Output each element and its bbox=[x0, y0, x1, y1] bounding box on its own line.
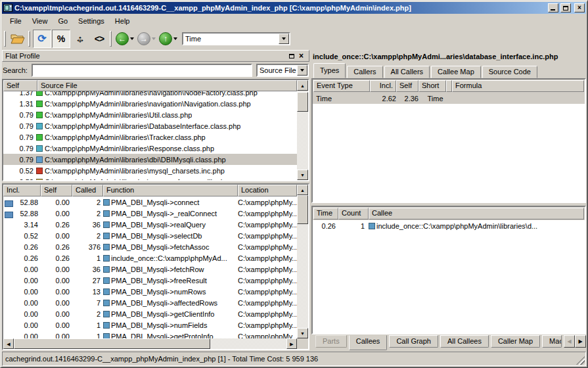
cycle-detection-button[interactable]: ↔↕ bbox=[71, 30, 89, 48]
back-button[interactable]: ← bbox=[116, 32, 129, 45]
column-header-count[interactable]: Count bbox=[338, 208, 369, 219]
toolbar-handle[interactable] bbox=[4, 31, 6, 47]
table-row[interactable]: Time 2.62 2.36 Time bbox=[313, 93, 585, 104]
file-list-row[interactable]: 0.79C:\xampp\phpMyAdmin\libraries\Util.c… bbox=[3, 109, 297, 120]
scroll-thumb[interactable] bbox=[14, 338, 210, 349]
table-row[interactable]: 52.880.002PMA_DBI_Mysqli->_realConnectC:… bbox=[3, 208, 297, 219]
column-header-incl[interactable]: Incl. bbox=[3, 185, 41, 196]
tab-source-code[interactable]: Source Code bbox=[482, 66, 537, 78]
file-list-row[interactable]: 0.79C:\xampp\phpMyAdmin\libraries\Tracke… bbox=[3, 131, 297, 143]
column-header-self[interactable]: Self bbox=[3, 80, 37, 91]
search-input[interactable] bbox=[32, 64, 252, 77]
function-table-hscrollbar[interactable]: ◀ ▶ bbox=[3, 338, 308, 349]
menu-help[interactable]: Help bbox=[110, 15, 135, 27]
forward-button[interactable]: → bbox=[137, 32, 150, 45]
shorten-templates-button[interactable]: <> bbox=[90, 30, 108, 48]
event-type-select[interactable]: Time bbox=[182, 32, 290, 45]
up-dropdown-caret-icon[interactable] bbox=[173, 37, 177, 42]
up-button[interactable]: ↑ bbox=[159, 32, 172, 45]
file-list-vscrollbar[interactable]: ▲ ▼ bbox=[297, 80, 308, 180]
dock-close-button[interactable]: × bbox=[296, 51, 306, 60]
scroll-right-button[interactable]: ▶ bbox=[286, 338, 297, 349]
menu-go[interactable]: Go bbox=[53, 15, 73, 27]
file-list-row[interactable]: 0.79C:\xampp\phpMyAdmin\libraries\Databa… bbox=[3, 120, 297, 131]
scroll-track[interactable] bbox=[297, 195, 308, 328]
table-row[interactable]: 0.520.002PMA_DBI_Mysqli->selectDbC:\xamp… bbox=[3, 230, 297, 241]
column-header-short[interactable]: Short bbox=[418, 80, 446, 92]
toolbar-handle-2[interactable] bbox=[28, 31, 30, 47]
table-row[interactable]: 0.000.0027PMA_DBI_Mysqli->freeResultC:\x… bbox=[3, 275, 297, 286]
tab-all-callers[interactable]: All Callers bbox=[384, 66, 430, 78]
scroll-track[interactable] bbox=[297, 91, 308, 170]
table-row[interactable]: 0.26 1 include_once::C:\xampp\phpMyAdmin… bbox=[313, 220, 585, 231]
tab-scroll-right-button[interactable]: ▶ bbox=[575, 335, 586, 348]
scroll-down-button[interactable]: ▼ bbox=[297, 328, 308, 338]
file-list-row[interactable]: 0.52C:\xampp\phpMyAdmin\libraries\user_p… bbox=[3, 176, 297, 180]
scroll-up-button[interactable]: ▲ bbox=[297, 185, 308, 195]
event-types-table: Event Type Incl. Self Short Formula Time… bbox=[311, 78, 586, 203]
table-row[interactable]: 52.880.002PMA_DBI_Mysqli->connectC:\xamp… bbox=[3, 196, 297, 208]
scroll-thumb[interactable] bbox=[297, 92, 308, 112]
back-dropdown-caret-icon[interactable] bbox=[130, 37, 134, 42]
column-header-called[interactable]: Called bbox=[72, 185, 103, 196]
tab-machine-code[interactable]: Machine bbox=[542, 335, 562, 348]
table-row[interactable]: 0.000.007PMA_DBI_Mysqli->affectedRowsC:\… bbox=[3, 297, 297, 308]
table-row[interactable]: 3.140.2636PMA_DBI_Mysqli->realQueryC:\xa… bbox=[3, 219, 297, 230]
tab-callees[interactable]: Callees bbox=[349, 335, 388, 350]
reload-button[interactable]: ⟳ bbox=[33, 30, 51, 48]
relative-percent-button[interactable]: % bbox=[52, 30, 70, 48]
column-header-incl[interactable]: Incl. bbox=[370, 80, 396, 92]
tab-callers[interactable]: Callers bbox=[347, 66, 382, 78]
maximize-button[interactable] bbox=[560, 3, 571, 12]
table-row[interactable]: 0.000.001PMA_DBI_Mysqli->getProtoInfoC:\… bbox=[3, 331, 297, 338]
column-header-callee[interactable]: Callee bbox=[369, 208, 584, 219]
column-header-function[interactable]: Function bbox=[103, 185, 238, 196]
tab-callee-map[interactable]: Callee Map bbox=[431, 66, 481, 78]
table-row[interactable]: 0.000.001PMA_DBI_Mysqli->numFieldsC:\xam… bbox=[3, 319, 297, 331]
grouping-select[interactable]: Source File bbox=[256, 64, 309, 77]
scroll-down-button[interactable]: ▼ bbox=[297, 170, 308, 180]
column-header-formula[interactable]: Formula bbox=[452, 80, 584, 92]
table-row[interactable]: 0.260.261include_once::C:\xampp\phpMyAd.… bbox=[3, 252, 297, 264]
tab-call-graph[interactable]: Call Graph bbox=[389, 335, 438, 348]
table-row[interactable]: 0.000.0013PMA_DBI_Mysqli->numRowsC:\xamp… bbox=[3, 286, 297, 297]
column-header-source-file[interactable]: Source File bbox=[37, 80, 297, 91]
column-header-spacer[interactable] bbox=[446, 80, 452, 92]
open-file-button[interactable] bbox=[9, 30, 27, 48]
column-header-location[interactable]: Location bbox=[238, 185, 297, 196]
file-icon bbox=[36, 168, 43, 174]
called-cell: 1 bbox=[72, 333, 103, 339]
column-header-time[interactable]: Time bbox=[313, 208, 338, 219]
close-button[interactable]: × bbox=[574, 3, 585, 12]
column-header-self[interactable]: Self bbox=[396, 80, 418, 92]
function-cell: PMA_DBI_Mysqli->fetchRow bbox=[103, 265, 238, 273]
dock-float-button[interactable] bbox=[286, 51, 296, 60]
file-list-row[interactable]: 0.79C:\xampp\phpMyAdmin\libraries\dbi\DB… bbox=[3, 154, 297, 165]
tab-all-callees[interactable]: All Callees bbox=[440, 335, 489, 348]
scroll-up-button[interactable]: ▲ bbox=[297, 80, 308, 91]
menu-view[interactable]: View bbox=[27, 15, 53, 27]
column-header-event-type[interactable]: Event Type bbox=[313, 80, 370, 92]
file-list-row[interactable]: 1.31C:\xampp\phpMyAdmin\libraries\naviga… bbox=[3, 98, 297, 109]
grouping-dropdown-button[interactable] bbox=[297, 65, 307, 76]
column-header-self[interactable]: Self bbox=[41, 185, 72, 196]
tab-caller-map[interactable]: Caller Map bbox=[491, 335, 540, 348]
function-name: PMA_DBI_Mysqli->getProtoInfo bbox=[111, 333, 214, 339]
table-row[interactable]: 0.000.002PMA_DBI_Mysqli->getClientInfoC:… bbox=[3, 308, 297, 319]
file-list-row[interactable]: 1.37C:\xampp\phpMyAdmin\libraries\naviga… bbox=[3, 91, 297, 98]
menu-file[interactable]: File bbox=[5, 15, 27, 27]
event-type-dropdown-button[interactable] bbox=[279, 34, 289, 44]
file-list-row[interactable]: 0.52C:\xampp\phpMyAdmin\libraries\mysql_… bbox=[3, 165, 297, 176]
resize-grip[interactable] bbox=[576, 356, 585, 365]
minimize-button[interactable] bbox=[548, 3, 558, 12]
tab-types[interactable]: Types bbox=[313, 63, 346, 78]
menu-settings[interactable]: Settings bbox=[73, 15, 110, 27]
file-list-row[interactable]: 0.79C:\xampp\phpMyAdmin\libraries\Respon… bbox=[3, 143, 297, 154]
table-row[interactable]: 0.000.0036PMA_DBI_Mysqli->fetchRowC:\xam… bbox=[3, 264, 297, 275]
table-row[interactable]: 0.260.26376PMA_DBI_Mysqli->fetchAssocC:\… bbox=[3, 241, 297, 252]
scroll-left-button[interactable]: ◀ bbox=[3, 338, 14, 349]
toolbar-handle-3[interactable] bbox=[110, 31, 112, 47]
scroll-track[interactable] bbox=[14, 338, 286, 349]
scroll-thumb[interactable] bbox=[297, 195, 308, 224]
function-table-vscrollbar[interactable]: ▲ ▼ bbox=[297, 185, 308, 338]
